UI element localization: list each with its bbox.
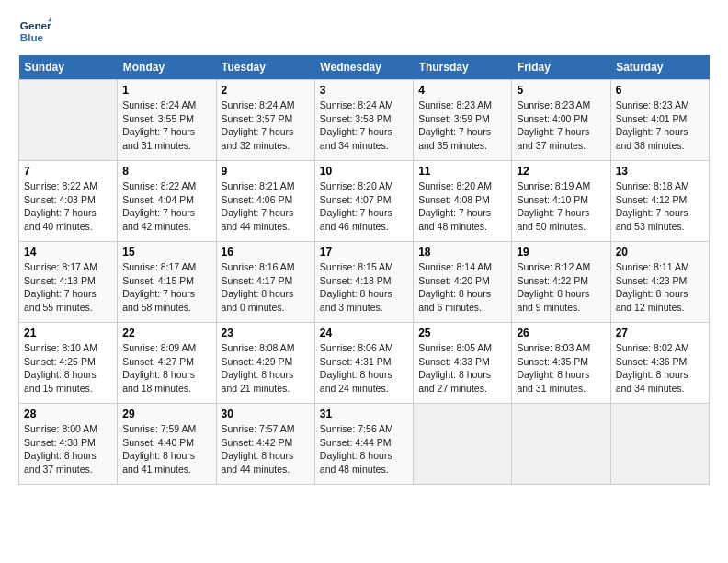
cell-text: Sunset: 4:23 PM	[616, 274, 704, 288]
cell-text: Daylight: 7 hours	[24, 206, 112, 220]
day-number: 2	[222, 84, 310, 97]
calendar-cell: 10Sunrise: 8:20 AMSunset: 4:07 PMDayligh…	[314, 161, 413, 242]
cell-text: Daylight: 8 hours	[222, 368, 310, 382]
cell-text: Daylight: 8 hours	[517, 287, 605, 301]
cell-text: and 37 minutes.	[517, 139, 605, 153]
header-cell-saturday: Saturday	[610, 55, 709, 80]
cell-text: Sunset: 4:40 PM	[122, 436, 210, 450]
cell-text: Sunrise: 8:05 AM	[418, 341, 506, 355]
cell-text: Sunrise: 8:22 AM	[122, 179, 210, 193]
day-number: 27	[616, 327, 704, 339]
day-number: 13	[616, 165, 704, 178]
cell-text: Sunrise: 7:56 AM	[320, 422, 408, 436]
cell-text: and 37 minutes.	[24, 463, 112, 477]
cell-text: Sunset: 3:55 PM	[122, 112, 210, 126]
cell-text: and 58 minutes.	[122, 301, 210, 315]
cell-text: and 6 minutes.	[418, 301, 506, 315]
cell-text: and 46 minutes.	[320, 220, 408, 234]
day-number: 26	[517, 327, 605, 339]
calendar-cell: 5Sunrise: 8:23 AMSunset: 4:00 PMDaylight…	[512, 80, 610, 161]
cell-text: Sunrise: 8:12 AM	[517, 260, 605, 274]
cell-text: Daylight: 7 hours	[320, 206, 408, 220]
cell-text: and 24 minutes.	[320, 382, 408, 396]
cell-text: and 32 minutes.	[222, 139, 310, 153]
cell-text: Sunrise: 7:57 AM	[222, 422, 310, 436]
cell-text: and 9 minutes.	[517, 301, 605, 315]
cell-text: Sunrise: 8:14 AM	[418, 260, 506, 274]
cell-text: Sunset: 4:08 PM	[418, 193, 506, 207]
cell-text: Sunrise: 8:17 AM	[122, 260, 210, 274]
cell-text: Sunrise: 7:59 AM	[122, 422, 210, 436]
cell-text: Sunset: 3:57 PM	[222, 112, 310, 126]
cell-text: and 40 minutes.	[24, 220, 112, 234]
cell-text: Sunrise: 8:06 AM	[320, 341, 408, 355]
header-cell-sunday: Sunday	[19, 55, 118, 80]
cell-text: Sunset: 4:20 PM	[418, 274, 506, 288]
header-cell-friday: Friday	[512, 55, 610, 80]
cell-text: Daylight: 8 hours	[320, 287, 408, 301]
cell-text: Sunset: 4:36 PM	[616, 355, 704, 369]
cell-text: Sunrise: 8:15 AM	[320, 260, 408, 274]
logo: General Blue	[18, 15, 55, 48]
cell-text: Daylight: 7 hours	[616, 125, 704, 139]
day-number: 11	[418, 165, 506, 178]
day-number: 31	[320, 408, 408, 420]
calendar-cell: 13Sunrise: 8:18 AMSunset: 4:12 PMDayligh…	[610, 161, 709, 242]
cell-text: Sunset: 4:22 PM	[517, 274, 605, 288]
day-number: 8	[122, 165, 210, 178]
cell-text: Daylight: 8 hours	[418, 368, 506, 382]
cell-text: Daylight: 8 hours	[122, 368, 210, 382]
cell-text: and 0 minutes.	[222, 301, 310, 315]
day-number: 20	[616, 246, 704, 259]
cell-text: Sunset: 4:00 PM	[517, 112, 605, 126]
cell-text: and 31 minutes.	[517, 382, 605, 396]
cell-text: Sunrise: 8:11 AM	[616, 260, 704, 274]
day-number: 3	[320, 84, 408, 97]
calendar-cell: 6Sunrise: 8:23 AMSunset: 4:01 PMDaylight…	[610, 80, 709, 161]
cell-text: Sunset: 4:12 PM	[616, 193, 704, 207]
cell-text: Sunset: 4:07 PM	[320, 193, 408, 207]
day-number: 24	[320, 327, 408, 339]
cell-text: and 48 minutes.	[320, 463, 408, 477]
calendar-cell: 22Sunrise: 8:09 AMSunset: 4:27 PMDayligh…	[118, 323, 216, 404]
calendar-cell: 23Sunrise: 8:08 AMSunset: 4:29 PMDayligh…	[216, 323, 314, 404]
cell-text: Sunrise: 8:20 AM	[418, 179, 506, 193]
cell-text: Sunrise: 8:21 AM	[222, 179, 310, 193]
calendar-cell: 7Sunrise: 8:22 AMSunset: 4:03 PMDaylight…	[19, 161, 118, 242]
cell-text: Sunset: 4:18 PM	[320, 274, 408, 288]
week-row-1: 1Sunrise: 8:24 AMSunset: 3:55 PMDaylight…	[19, 80, 710, 161]
calendar-cell: 21Sunrise: 8:10 AMSunset: 4:25 PMDayligh…	[19, 323, 118, 404]
cell-text: Sunset: 4:06 PM	[222, 193, 310, 207]
calendar-cell: 19Sunrise: 8:12 AMSunset: 4:22 PMDayligh…	[512, 242, 610, 323]
cell-text: Sunset: 4:04 PM	[122, 193, 210, 207]
day-number: 7	[24, 165, 112, 178]
cell-text: Daylight: 8 hours	[320, 449, 408, 463]
day-number: 15	[122, 246, 210, 259]
cell-text: Sunrise: 8:19 AM	[517, 179, 605, 193]
day-number: 10	[320, 165, 408, 178]
cell-text: Sunrise: 8:23 AM	[418, 98, 506, 112]
header-cell-wednesday: Wednesday	[314, 55, 413, 80]
cell-text: Daylight: 8 hours	[418, 287, 506, 301]
calendar-cell: 27Sunrise: 8:02 AMSunset: 4:36 PMDayligh…	[610, 323, 709, 404]
calendar-cell: 24Sunrise: 8:06 AMSunset: 4:31 PMDayligh…	[314, 323, 413, 404]
cell-text: Sunset: 3:59 PM	[418, 112, 506, 126]
cell-text: Sunrise: 8:24 AM	[222, 98, 310, 112]
calendar-cell: 14Sunrise: 8:17 AMSunset: 4:13 PMDayligh…	[19, 242, 118, 323]
cell-text: Daylight: 8 hours	[616, 368, 704, 382]
svg-text:General: General	[20, 19, 51, 31]
cell-text: Sunset: 4:29 PM	[222, 355, 310, 369]
cell-text: Daylight: 7 hours	[517, 206, 605, 220]
cell-text: Daylight: 7 hours	[122, 125, 210, 139]
day-number: 22	[122, 327, 210, 339]
cell-text: Daylight: 7 hours	[517, 125, 605, 139]
day-number: 21	[24, 327, 112, 339]
cell-text: Sunset: 4:42 PM	[222, 436, 310, 450]
cell-text: and 35 minutes.	[418, 139, 506, 153]
week-row-5: 28Sunrise: 8:00 AMSunset: 4:38 PMDayligh…	[19, 404, 710, 485]
cell-text: and 21 minutes.	[222, 382, 310, 396]
calendar-cell: 3Sunrise: 8:24 AMSunset: 3:58 PMDaylight…	[314, 80, 413, 161]
cell-text: Daylight: 7 hours	[122, 206, 210, 220]
day-number: 16	[222, 246, 310, 259]
cell-text: and 31 minutes.	[122, 139, 210, 153]
